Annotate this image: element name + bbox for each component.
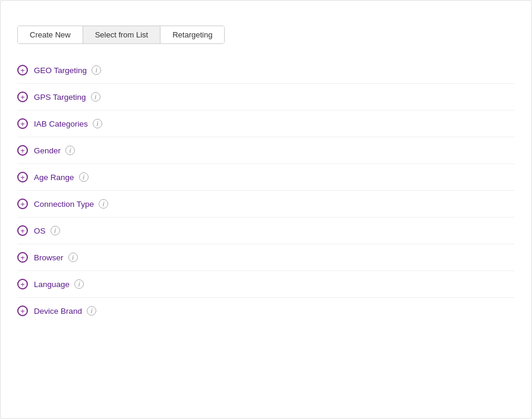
targeting-item-device-brand[interactable]: +Device Brandi [17,298,515,324]
targeting-label-gps-targeting: GPS Targeting [34,93,86,102]
audience-tab-group: Create New Select from List Retargeting [17,26,225,44]
plus-icon-device-brand: + [17,305,28,316]
plus-icon-geo-targeting: + [17,65,28,75]
plus-icon-language: + [17,279,28,289]
targeting-label-geo-targeting: GEO Targeting [34,66,87,75]
plus-icon-connection-type: + [17,199,28,209]
targeting-item-connection-type[interactable]: +Connection Typei [17,191,515,218]
info-icon-iab-categories[interactable]: i [93,119,102,128]
info-icon-browser[interactable]: i [68,253,78,262]
info-icon-connection-type[interactable]: i [99,199,108,209]
targeting-label-gender: Gender [34,146,61,155]
plus-icon-os: + [17,225,28,236]
targeting-item-gender[interactable]: +Genderi [17,137,515,164]
targeting-item-os[interactable]: +OSi [17,218,515,244]
targeting-label-device-brand: Device Brand [34,307,82,316]
targeting-label-os: OS [34,226,46,235]
info-icon-os[interactable]: i [51,226,60,235]
targeting-label-language: Language [34,280,70,289]
targeting-item-gps-targeting[interactable]: +GPS Targetingi [17,84,515,111]
targeting-label-browser: Browser [34,253,64,262]
info-icon-language[interactable]: i [74,279,84,289]
info-icon-geo-targeting[interactable]: i [92,65,101,75]
targeting-item-browser[interactable]: +Browseri [17,244,515,271]
targeting-list: +GEO Targetingi+GPS Targetingi+IAB Categ… [17,57,515,324]
plus-icon-age-range: + [17,172,28,182]
tab-select-from-list[interactable]: Select from List [83,26,161,43]
targeting-label-age-range: Age Range [34,173,74,182]
info-icon-gps-targeting[interactable]: i [91,92,100,102]
plus-icon-browser: + [17,252,28,263]
plus-icon-iab-categories: + [17,118,28,129]
targeting-panel: Create New Select from List Retargeting … [0,0,532,419]
targeting-item-iab-categories[interactable]: +IAB Categoriesi [17,111,515,137]
info-icon-gender[interactable]: i [65,146,75,155]
plus-icon-gps-targeting: + [17,92,28,102]
plus-icon-gender: + [17,145,28,156]
info-icon-age-range[interactable]: i [79,172,89,182]
targeting-label-connection-type: Connection Type [34,200,94,209]
targeting-label-iab-categories: IAB Categories [34,119,88,128]
info-icon-device-brand[interactable]: i [87,306,96,316]
targeting-item-language[interactable]: +Languagei [17,271,515,298]
tab-create-new[interactable]: Create New [18,26,83,43]
tab-retargeting[interactable]: Retargeting [160,26,224,43]
targeting-item-age-range[interactable]: +Age Rangei [17,164,515,191]
targeting-item-geo-targeting[interactable]: +GEO Targetingi [17,57,515,84]
